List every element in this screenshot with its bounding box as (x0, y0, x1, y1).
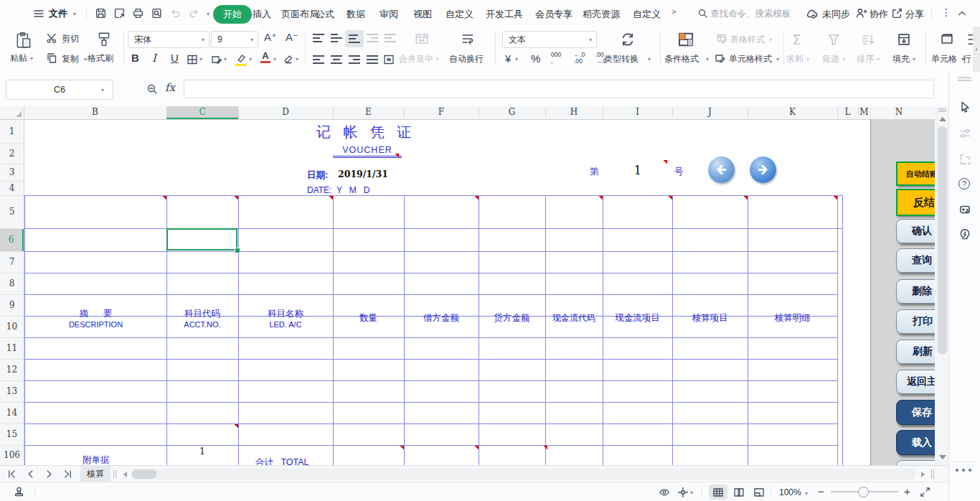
first-sheet-icon[interactable] (7, 469, 17, 479)
merge-center-caret[interactable]: ▾ (436, 56, 439, 62)
name-box[interactable]: C6 ▾ (6, 80, 113, 100)
underline-button[interactable]: U (171, 52, 179, 64)
smart-bulb-icon[interactable] (958, 228, 971, 241)
thousands-separator-icon[interactable]: 000, (551, 52, 561, 65)
font-name-select[interactable]: 宋体▾ (128, 31, 209, 48)
merge-center-icon[interactable] (415, 32, 429, 45)
tab-docer[interactable]: 稻壳资源 (583, 8, 620, 21)
help-icon[interactable]: ? (958, 178, 970, 189)
zoom-formula-icon[interactable] (146, 83, 158, 95)
sum-button[interactable]: 求和 (786, 53, 804, 65)
bold-button[interactable]: B (131, 52, 139, 64)
cells-button[interactable]: 单元格 (931, 53, 957, 65)
normal-view-icon[interactable] (712, 487, 724, 498)
scroll-down-arrow[interactable] (939, 455, 946, 459)
tab-insert[interactable]: 插入 (253, 8, 271, 21)
highlight-caret[interactable]: ▾ (249, 56, 252, 62)
align-middle-icon[interactable] (331, 34, 342, 42)
align-left-icon[interactable] (313, 55, 324, 64)
panel-more-dots-icon[interactable] (956, 469, 971, 472)
share-label[interactable]: 分享 (905, 8, 924, 21)
borders-icon[interactable] (187, 54, 198, 65)
split-handle[interactable] (938, 108, 946, 110)
stamp-icon[interactable] (13, 486, 25, 498)
cell-style-button[interactable]: 单元格样式 (729, 53, 772, 65)
fill-caret[interactable]: ▾ (913, 56, 915, 62)
filter-icon[interactable] (826, 32, 841, 47)
merge-center-button[interactable]: 合并居中 (399, 53, 433, 65)
tab-member[interactable]: 会员专享 (535, 8, 573, 21)
justify-icon[interactable] (367, 55, 378, 64)
formula-input[interactable] (184, 80, 934, 98)
table-header-credit[interactable]: 贷方金额 (479, 302, 545, 334)
command-search-input[interactable]: 查找命令、搜索模板 (710, 8, 791, 20)
paste-caret[interactable]: ▾ (30, 55, 33, 62)
tab-data[interactable]: 数据 (347, 8, 365, 21)
vertical-scroll-thumb[interactable] (938, 126, 947, 355)
draw-border-icon[interactable] (211, 54, 222, 65)
tab-view[interactable]: 视图 (413, 8, 432, 21)
filter-caret[interactable]: ▾ (842, 56, 845, 62)
print-preview-icon[interactable] (151, 7, 163, 19)
fill-button[interactable]: 填充 (892, 53, 910, 65)
page-break-view-icon[interactable] (753, 487, 765, 498)
file-menu[interactable]: 文件 (49, 7, 67, 20)
table-header-debit[interactable]: 借方金额 (405, 302, 478, 334)
settings-sliders-icon[interactable] (958, 127, 971, 140)
zoom-caret[interactable]: ▾ (805, 490, 808, 497)
eraser-icon[interactable] (283, 54, 294, 65)
type-convert-button[interactable]: 类型转换 (604, 53, 639, 65)
attach-docs-count[interactable]: 1 (167, 446, 237, 456)
copy-caret[interactable]: ▾ (84, 56, 87, 62)
save-as-icon[interactable] (113, 7, 126, 19)
copy-button[interactable]: 复制 (62, 53, 79, 65)
conditional-format-caret[interactable]: ▾ (706, 56, 709, 62)
scroll-up-arrow[interactable] (939, 117, 946, 121)
zoom-out-button[interactable]: − (818, 485, 824, 497)
pivot-table-icon[interactable] (958, 153, 971, 166)
reverse-close-button[interactable]: 反结账 (896, 189, 935, 216)
query-button[interactable]: 查询 (896, 248, 935, 273)
filter-button[interactable]: 筛选 (822, 53, 839, 65)
zoom-in-button[interactable]: + (904, 485, 910, 497)
table-header-ledger-ac[interactable]: 科目名称LED. A/C (239, 302, 332, 334)
confirm-button[interactable]: 确认 (896, 219, 935, 243)
hscroll-right-arrow[interactable] (921, 472, 925, 477)
italic-button[interactable]: I (152, 52, 156, 65)
sort-icon[interactable] (861, 32, 875, 47)
increase-decimal-icon[interactable]: ←.0.00 (574, 52, 585, 65)
sync-status[interactable]: 未同步 (822, 8, 850, 21)
share-icon[interactable] (891, 7, 903, 19)
currency-format-button[interactable]: ¥ (505, 52, 511, 65)
save-icon[interactable] (95, 7, 107, 19)
table-header-description[interactable]: 摘 要DESCRIPTION (25, 302, 166, 334)
table-style-button[interactable]: 表格样式 (730, 34, 765, 46)
conditional-format-icon[interactable] (677, 31, 694, 48)
font-color-caret[interactable]: ▾ (273, 56, 276, 62)
date-value[interactable]: 2019/1/31 (334, 169, 392, 179)
ribbon-expand-strip[interactable]: › (973, 27, 980, 72)
prev-voucher-button[interactable] (708, 156, 735, 183)
increase-indent-icon[interactable] (385, 34, 396, 42)
page-layout-view-icon[interactable] (733, 487, 745, 498)
grow-font-button[interactable]: A⁺ (264, 31, 277, 44)
cells-icon[interactable] (940, 32, 954, 47)
paste-icon[interactable] (14, 31, 33, 50)
decrease-indent-icon[interactable] (367, 34, 378, 42)
undo-icon[interactable] (169, 7, 182, 19)
refresh-button[interactable]: 刷新 (896, 340, 935, 364)
last-sheet-icon[interactable] (63, 469, 72, 479)
cut-button[interactable]: 剪切 (62, 33, 79, 45)
eraser-caret[interactable]: ▾ (296, 56, 298, 62)
move-selection-caret[interactable]: ▾ (690, 490, 693, 496)
table-header-cashflow-code[interactable]: 现金流代码 (546, 302, 602, 334)
tab-custom-2[interactable]: 自定义 (633, 8, 661, 21)
save-button[interactable]: 保存 (896, 400, 935, 425)
collapse-ribbon-icon[interactable] (957, 9, 967, 19)
redo-icon[interactable] (188, 7, 200, 19)
distributed-icon[interactable] (383, 54, 395, 65)
cell-style-caret[interactable]: ▾ (776, 56, 779, 62)
hamburger-menu-icon[interactable] (33, 8, 44, 19)
horizontal-scroll-thumb[interactable] (132, 469, 156, 479)
assistant-robot-icon[interactable] (958, 203, 971, 216)
